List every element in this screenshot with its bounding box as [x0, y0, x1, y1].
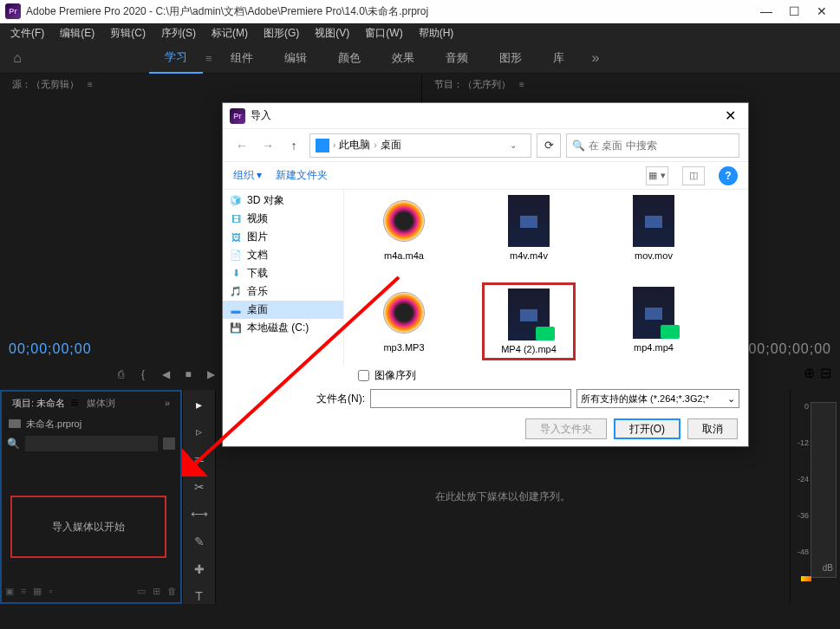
transport-button[interactable]: {	[136, 367, 150, 381]
preview-pane-button[interactable]: ◫	[682, 166, 705, 185]
chevron-right-icon: ›	[374, 140, 376, 150]
transport-button[interactable]: ⎙	[114, 367, 127, 381]
menu-clip[interactable]: 剪辑(C)	[103, 23, 153, 43]
nav-up-button[interactable]: ↑	[283, 135, 304, 156]
workspace-tab-libraries[interactable]: 库	[537, 43, 580, 73]
file-item[interactable]: mp4.mp4	[611, 287, 696, 356]
project-view-button[interactable]: ≡	[21, 586, 26, 596]
dialog-titlebar: Pr 导入 ✕	[223, 103, 748, 129]
file-thumbnail	[369, 287, 439, 339]
close-button[interactable]: ✕	[816, 5, 828, 17]
project-tabs-more[interactable]: »	[160, 395, 175, 411]
dialog-toolbar: 组织 ▾ 新建文件夹 ▦ ▾ ◫ ?	[223, 162, 748, 190]
organize-button[interactable]: 组织 ▾	[233, 168, 262, 183]
tree-item[interactable]: 🧊3D 对象	[223, 191, 343, 210]
tools-panel: ▸ ▹ ⇄ ✂ ⟷ ✎ ✚ T	[182, 390, 215, 604]
track-select-tool[interactable]: ▹	[191, 425, 208, 440]
tree-item[interactable]: 💾本地磁盘 (C:)	[223, 319, 343, 337]
home-icon[interactable]: ⌂	[7, 48, 28, 68]
file-type-filter[interactable]: 所有支持的媒体 (*.264;*.3G2;* ⌄	[576, 389, 739, 408]
file-item[interactable]: mp3.MP3	[361, 287, 446, 356]
tree-item[interactable]: ⬇下载	[223, 264, 343, 282]
project-view-button[interactable]: ▦	[33, 586, 42, 597]
project-filter-icon[interactable]	[163, 438, 175, 450]
menu-view[interactable]: 视图(V)	[308, 23, 356, 43]
project-tab-media-browser[interactable]: 媒体浏	[81, 394, 120, 412]
ripple-edit-tool[interactable]: ⇄	[191, 451, 208, 467]
path-breadcrumb[interactable]: › 此电脑 › 桌面 ⌄	[309, 133, 531, 158]
nav-forward-button[interactable]: →	[257, 135, 278, 156]
transport-button[interactable]: ◀	[159, 367, 173, 381]
cancel-button[interactable]: 取消	[687, 418, 738, 439]
workspace-more[interactable]: »	[580, 43, 612, 73]
workspace-tab-graphics[interactable]: 图形	[484, 43, 537, 73]
hand-tool[interactable]: ✚	[191, 561, 208, 577]
source-monitor-menu-icon[interactable]: ≡	[88, 80, 93, 89]
project-tab-menu-icon[interactable]: ≡	[70, 395, 78, 411]
open-button[interactable]: 打开(O)	[614, 418, 680, 439]
tree-item[interactable]: ▬桌面	[223, 301, 343, 319]
nav-back-button[interactable]: ←	[231, 135, 252, 156]
project-new-bin-button[interactable]: ▭	[137, 586, 146, 597]
project-view-button[interactable]: ▣	[5, 586, 14, 597]
workspace-tabs: ⌂ 学习 ≡ 组件 编辑 颜色 效果 音频 图形 库 »	[0, 43, 840, 74]
dialog-search-input[interactable]	[589, 139, 733, 152]
menu-edit[interactable]: 编辑(E)	[53, 23, 101, 43]
view-mode-button[interactable]: ▦ ▾	[646, 166, 668, 185]
path-dropdown-icon[interactable]: ⌄	[510, 140, 525, 150]
transport-button[interactable]: ▶	[204, 367, 218, 381]
tree-item[interactable]: 📄文档	[223, 246, 343, 264]
menu-help[interactable]: 帮助(H)	[412, 23, 461, 43]
refresh-button[interactable]: ⟳	[537, 133, 561, 158]
tree-item-label: 桌面	[247, 302, 268, 317]
file-item[interactable]: mov.mov	[611, 195, 696, 261]
menu-graphics[interactable]: 图形(G)	[257, 23, 306, 43]
selection-tool[interactable]: ▸	[191, 397, 208, 412]
workspace-tab-effects[interactable]: 效果	[376, 43, 430, 73]
workspace-tab-audio[interactable]: 音频	[430, 43, 484, 73]
transport-extra-button[interactable]: ⊕	[804, 365, 815, 381]
help-button[interactable]: ?	[719, 166, 738, 185]
breadcrumb-root[interactable]: 此电脑	[339, 138, 370, 152]
program-monitor-menu-icon[interactable]: ≡	[519, 80, 524, 89]
folder-icon: 🖼	[230, 231, 242, 243]
transport-extra-button[interactable]: ⊟	[820, 365, 831, 381]
menu-file[interactable]: 文件(F)	[3, 23, 51, 43]
tree-item[interactable]: 🎞视频	[223, 210, 343, 228]
folder-icon: 🎞	[230, 213, 242, 225]
project-search-input[interactable]	[25, 436, 158, 451]
workspace-tab-color[interactable]: 颜色	[322, 43, 376, 73]
maximize-button[interactable]: ☐	[788, 5, 800, 17]
workspace-tab-assembly[interactable]: 组件	[215, 43, 269, 73]
type-tool[interactable]: T	[191, 588, 208, 604]
filename-input[interactable]	[370, 389, 571, 408]
project-filename: 未命名.prproj	[26, 418, 81, 431]
import-folder-button[interactable]: 导入文件夹	[525, 418, 607, 439]
project-new-item-button[interactable]: ⊞	[153, 586, 160, 597]
workspace-tab-edit[interactable]: 编辑	[269, 43, 322, 73]
minimize-button[interactable]: —	[760, 5, 772, 17]
file-item[interactable]: m4a.m4a	[361, 195, 446, 261]
transport-play-button[interactable]: ■	[181, 367, 195, 381]
tree-item[interactable]: 🎵音乐	[223, 282, 343, 301]
menu-sequence[interactable]: 序列(S)	[154, 23, 203, 43]
tree-item[interactable]: 🖼图片	[223, 228, 343, 246]
menu-marker[interactable]: 标记(M)	[205, 23, 255, 43]
dialog-search-box[interactable]: 🔍	[566, 133, 739, 158]
titlebar-text: Adobe Premiere Pro 2020 - C:\用户\admin\文档…	[26, 4, 760, 19]
project-view-button[interactable]: ▫	[49, 586, 52, 596]
slip-tool[interactable]: ⟷	[191, 507, 208, 522]
import-media-hint[interactable]: 导入媒体以开始	[10, 496, 166, 558]
pen-tool[interactable]: ✎	[191, 534, 208, 549]
workspace-tab-learn[interactable]: 学习	[149, 42, 203, 74]
project-tab-main[interactable]: 项目: 未命名	[7, 394, 70, 412]
breadcrumb-folder[interactable]: 桌面	[381, 138, 401, 152]
menu-window[interactable]: 窗口(W)	[358, 23, 409, 43]
dialog-close-button[interactable]: ✕	[720, 107, 741, 124]
image-sequence-checkbox[interactable]	[358, 370, 369, 381]
file-item[interactable]: MP4 (2).mp4	[486, 287, 571, 356]
razor-tool[interactable]: ✂	[191, 479, 208, 495]
project-delete-button[interactable]: 🗑	[167, 586, 177, 596]
file-item[interactable]: m4v.m4v	[486, 195, 571, 261]
new-folder-button[interactable]: 新建文件夹	[276, 168, 328, 183]
